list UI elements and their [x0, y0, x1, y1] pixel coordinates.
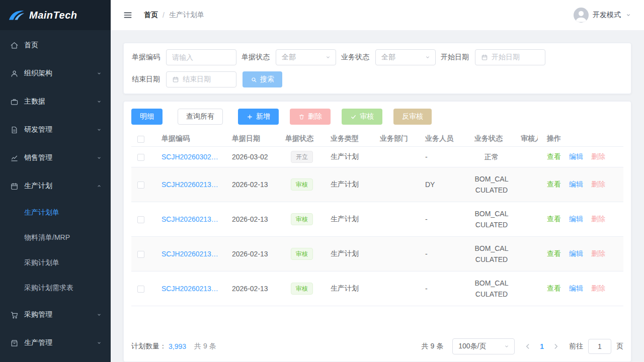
- filter-end-date: 结束日期 结束日期: [132, 71, 236, 87]
- view-link[interactable]: 查看: [547, 215, 561, 223]
- auditor: [515, 202, 538, 237]
- chevron-down-icon: [424, 54, 431, 61]
- chevron-down-icon: [96, 339, 103, 346]
- sidebar-item-production-plan[interactable]: 生产计划: [0, 172, 111, 200]
- page-size-select[interactable]: 100条/页: [452, 338, 515, 354]
- biz-dept: [374, 237, 419, 272]
- doc-status-tag: 审核: [291, 283, 313, 295]
- reverse-audit-button[interactable]: 反审核: [393, 109, 432, 125]
- sidebar-item-label: 生产管理: [24, 338, 90, 347]
- auditor: [515, 167, 538, 202]
- sidebar-subitem-purchase-plan-order[interactable]: 采购计划单: [0, 250, 111, 276]
- current-page[interactable]: 1: [540, 342, 544, 350]
- production-plan-submenu: 生产计划单 物料清单/MRP 采购计划单 采购计划需求表: [0, 200, 111, 301]
- logo-text: MainTech: [29, 10, 77, 21]
- doc-code-link[interactable]: SCJH20260302001: [162, 153, 220, 161]
- table-panel: 明细 查询所有 新增 删除 审核 反审核: [123, 101, 631, 362]
- doc-code-input[interactable]: [166, 49, 236, 65]
- user-menu[interactable]: 开发模式: [574, 8, 632, 23]
- select-all-checkbox[interactable]: [137, 136, 144, 143]
- delete-link[interactable]: 删除: [591, 180, 605, 188]
- edit-link[interactable]: 编辑: [569, 215, 583, 223]
- delete-link[interactable]: 删除: [591, 215, 605, 223]
- doc-code-link[interactable]: SCJH20260213004: [162, 215, 220, 223]
- sub-item-label: 生产计划单: [24, 208, 59, 217]
- chevron-down-icon: [96, 154, 103, 161]
- edit-link[interactable]: 编辑: [569, 180, 583, 188]
- sidebar-item-home[interactable]: 首页: [0, 31, 111, 59]
- biz-dept: [374, 167, 419, 202]
- col-header-biz-dept: 业务部门: [374, 131, 419, 147]
- sidebar-subitem-production-plan-order[interactable]: 生产计划单: [0, 200, 111, 225]
- biz-status-select[interactable]: 全部: [375, 49, 436, 65]
- view-link[interactable]: 查看: [547, 284, 561, 292]
- col-header-biz-status: 业务状态: [468, 131, 515, 147]
- delete-link[interactable]: 删除: [591, 152, 605, 160]
- query-all-button[interactable]: 查询所有: [178, 109, 223, 125]
- doc-code-link[interactable]: SCJH20260213005: [162, 180, 220, 189]
- sidebar-subitem-bom-mrp[interactable]: 物料清单/MRP: [0, 225, 111, 250]
- sidebar-item-label: 销售管理: [24, 153, 90, 162]
- row-checkbox[interactable]: [137, 286, 144, 293]
- sidebar-item-purchase-management[interactable]: 采购管理: [0, 301, 111, 329]
- view-link[interactable]: 查看: [547, 152, 561, 160]
- row-checkbox[interactable]: [137, 251, 144, 258]
- doc-code-link[interactable]: SCJH20260213002: [162, 285, 220, 293]
- row-checkbox[interactable]: [137, 154, 144, 161]
- doc-date: 2026-03-02: [226, 147, 279, 167]
- start-date-placeholder: 开始日期: [492, 53, 520, 62]
- sidebar-item-master-data[interactable]: 主数据: [0, 87, 111, 116]
- chevron-down-icon: [325, 54, 332, 61]
- search-button[interactable]: 搜索: [243, 71, 282, 87]
- total-count-right: 共 9 条: [422, 342, 444, 351]
- delete-link[interactable]: 删除: [591, 249, 605, 257]
- delete-link[interactable]: 删除: [591, 284, 605, 292]
- start-date-input[interactable]: 开始日期: [475, 49, 545, 65]
- table-footer: 计划数量： 3,993 共 9 条 共 9 条 100条/页 1: [131, 338, 623, 354]
- edit-link[interactable]: 编辑: [569, 249, 583, 257]
- breadcrumb-home[interactable]: 首页: [144, 11, 158, 20]
- end-date-input[interactable]: 结束日期: [166, 71, 236, 87]
- table-row: SCJH20260213003 2026-02-13 审核 生产计划 - BOM…: [131, 237, 623, 272]
- filter-row-1: 单据编码 单据状态 全部 业务状态 全部: [132, 49, 623, 65]
- chevron-down-icon: [96, 98, 103, 105]
- breadcrumb-current: 生产计划单: [169, 11, 204, 20]
- sidebar-item-label: 研发管理: [24, 125, 90, 134]
- total-count-left: 共 9 条: [194, 342, 216, 351]
- edit-link[interactable]: 编辑: [569, 152, 583, 160]
- sidebar-item-production-management[interactable]: 生产管理: [0, 329, 111, 357]
- detail-button[interactable]: 明细: [131, 109, 163, 125]
- table-toolbar: 明细 查询所有 新增 删除 审核 反审核: [131, 109, 623, 125]
- view-link[interactable]: 查看: [547, 180, 561, 188]
- hamburger-icon[interactable]: [123, 10, 133, 20]
- goto-page: 前往 页: [569, 339, 623, 354]
- row-checkbox[interactable]: [137, 216, 144, 223]
- delete-button[interactable]: 删除: [290, 109, 331, 125]
- sidebar-item-organization[interactable]: 组织架构: [0, 59, 111, 87]
- doc-date: 2026-02-13: [226, 272, 279, 306]
- sub-item-label: 采购计划需求表: [24, 284, 73, 293]
- chevron-down-icon: [625, 12, 632, 19]
- row-checkbox[interactable]: [137, 182, 144, 189]
- sidebar-item-sales-management[interactable]: 销售管理: [0, 144, 111, 172]
- auditor: [515, 147, 538, 167]
- prev-page-icon[interactable]: [524, 342, 532, 350]
- doc-status-select[interactable]: 全部: [276, 49, 336, 65]
- trash-icon: [298, 114, 305, 120]
- logo: MainTech: [0, 0, 111, 30]
- plan-count-value: 3,993: [169, 342, 186, 350]
- filter-doc-status: 单据状态 全部: [242, 49, 336, 65]
- filter-biz-status: 业务状态 全部: [341, 49, 436, 65]
- view-link[interactable]: 查看: [547, 249, 561, 257]
- data-table: 单据编码 单据日期 单据状态 业务类型 业务部门 业务人员 业务状态 审核人 操…: [131, 131, 623, 333]
- goto-page-input[interactable]: [588, 339, 611, 354]
- sidebar-item-rd-management[interactable]: 研发管理: [0, 116, 111, 144]
- table-row: SCJH20260213002 2026-02-13 审核 生产计划 - BOM…: [131, 272, 623, 306]
- doc-code-link[interactable]: SCJH20260213003: [162, 250, 220, 258]
- sidebar-subitem-purchase-plan-demand[interactable]: 采购计划需求表: [0, 276, 111, 301]
- next-page-icon[interactable]: [552, 342, 560, 350]
- biz-dept: [374, 147, 419, 167]
- edit-link[interactable]: 编辑: [569, 284, 583, 292]
- audit-button[interactable]: 审核: [342, 109, 382, 125]
- add-button[interactable]: 新增: [238, 109, 279, 125]
